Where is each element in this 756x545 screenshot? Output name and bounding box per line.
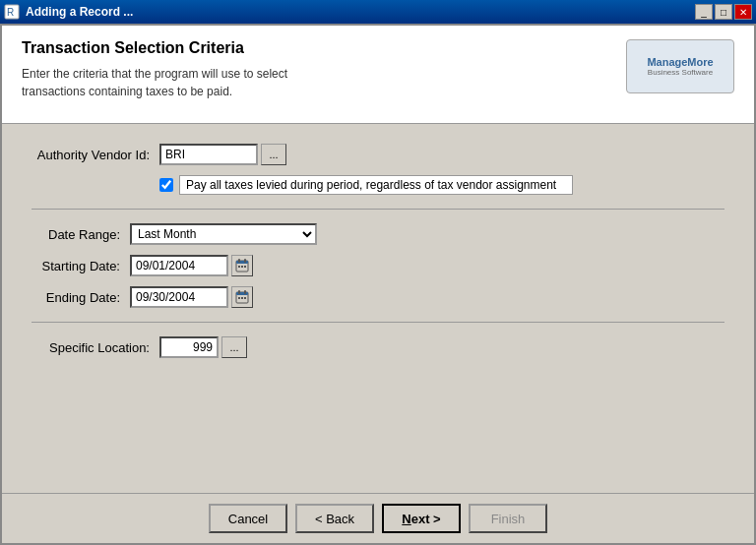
divider-2 [32,322,724,323]
date-range-label: Date Range: [32,227,120,242]
logo-area: ManageMore Business Software [626,39,734,93]
svg-text:R: R [7,7,14,18]
next-label: Next > [402,512,440,526]
ending-date-calendar-button[interactable] [231,286,253,308]
footer: Cancel < Back Next > Finish [2,493,754,543]
cancel-button[interactable]: Cancel [209,504,287,533]
calendar-icon [235,259,249,272]
title-text: Adding a Record ... [26,5,133,19]
pay-taxes-checkbox[interactable] [159,178,173,192]
checkbox-row: Pay all taxes levied during period, rega… [159,175,724,195]
logo-subtext: Business Software [648,68,713,77]
svg-rect-4 [238,259,240,263]
svg-rect-10 [236,292,248,295]
svg-rect-5 [244,259,246,263]
title-icon: R [4,4,20,20]
starting-date-input[interactable] [130,255,228,276]
svg-rect-13 [238,297,240,299]
content-section: Authority Vendor Id: ... Pay all taxes l… [2,124,754,493]
finish-button[interactable]: Finish [469,504,547,533]
date-range-select[interactable]: Last Month This Month Custom Last Quarte… [130,223,317,245]
authority-browse-button[interactable]: ... [261,144,286,165]
starting-date-calendar-button[interactable] [231,255,253,276]
header-desc-line1: Enter the criteria that the program will… [22,67,287,81]
svg-rect-7 [241,266,243,268]
close-button[interactable]: ✕ [734,4,752,20]
starting-date-row: Starting Date: [32,255,724,276]
authority-vendor-row: Authority Vendor Id: ... [32,144,724,165]
location-label: Specific Location: [32,340,150,355]
minimize-button[interactable]: _ [695,4,713,20]
back-button[interactable]: < Back [295,504,374,533]
header-section: Transaction Selection Criteria Enter the… [2,26,754,124]
date-range-row: Date Range: Last Month This Month Custom… [32,223,724,245]
header-text: Transaction Selection Criteria Enter the… [22,39,606,100]
svg-rect-6 [238,266,240,268]
location-input[interactable] [159,336,219,358]
svg-rect-14 [241,297,243,299]
svg-rect-11 [238,290,240,294]
location-browse-button[interactable]: ... [221,336,247,358]
divider-1 [32,209,724,210]
svg-rect-12 [244,290,246,294]
maximize-button[interactable]: □ [715,4,732,20]
svg-rect-8 [244,266,246,268]
header-description: Enter the criteria that the program will… [22,65,606,100]
ending-date-row: Ending Date: [32,286,724,308]
svg-rect-3 [236,261,248,264]
title-bar: R Adding a Record ... _ □ ✕ [0,0,756,24]
authority-input[interactable] [159,144,258,165]
header-desc-line2: transactions containing taxes to be paid… [22,85,232,98]
next-button[interactable]: Next > [382,504,461,533]
dialog: Transaction Selection Criteria Enter the… [0,24,756,545]
ending-date-label: Ending Date: [32,290,120,305]
ending-date-input[interactable] [130,286,228,308]
calendar-icon-2 [235,290,249,304]
starting-date-label: Starting Date: [32,259,120,273]
authority-label: Authority Vendor Id: [32,148,150,162]
logo-text: ManageMore [647,56,713,68]
location-row: Specific Location: ... [32,336,724,358]
header-title: Transaction Selection Criteria [22,39,606,57]
svg-rect-15 [244,297,246,299]
checkbox-label: Pay all taxes levied during period, rega… [179,175,573,195]
